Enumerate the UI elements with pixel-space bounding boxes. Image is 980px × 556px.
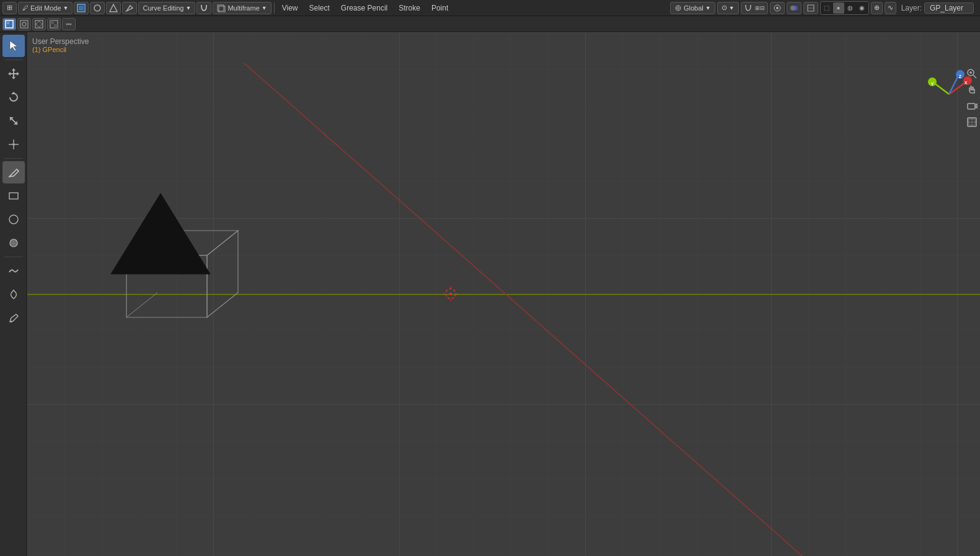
solid-shade[interactable]: ● [833, 2, 844, 14]
viewport[interactable]: User Perspective (1) GPencil X Y Z [27, 32, 980, 556]
right-viewport-tools [964, 64, 980, 131]
sec-btn-3[interactable] [32, 18, 46, 30]
mesh-icon [109, 4, 118, 12]
curve-editing-dropdown[interactable]: Curve Editing ▼ [138, 2, 195, 14]
material-shade[interactable]: ◍ [845, 2, 856, 14]
render-viewport-icon[interactable] [965, 115, 979, 129]
pivot-point[interactable]: ⊙ ▼ [717, 2, 739, 14]
snap-btn[interactable]: ⊞⊟ [741, 2, 768, 14]
tool-sep-1 [4, 60, 23, 60]
svg-line-82 [973, 75, 976, 78]
fill-icon [7, 237, 20, 249]
circle-tool-icon [7, 213, 20, 226]
scale-tool[interactable] [2, 110, 25, 132]
layer-indicator: Layer: GP_Layer [898, 0, 978, 16]
sec-btn-2[interactable] [17, 18, 31, 30]
snapping-icon[interactable] [196, 2, 211, 14]
curve-editing-label: Curve Editing [143, 4, 183, 12]
svg-rect-23 [35, 20, 43, 28]
header-icon-3[interactable] [106, 2, 121, 14]
camera-icon [966, 100, 978, 112]
menu-grease-pencil[interactable]: Grease Pencil [336, 0, 392, 16]
rotate-tool[interactable] [2, 86, 25, 108]
rotate-icon [7, 91, 20, 104]
scale-icon [7, 115, 20, 127]
draw-tool[interactable] [2, 161, 25, 183]
hand-viewport-icon[interactable] [965, 83, 979, 97]
camera-viewport-icon[interactable] [965, 99, 979, 113]
overlay-btn[interactable] [787, 2, 801, 14]
svg-point-29 [68, 23, 70, 25]
pencil-icon [7, 166, 20, 179]
sec-btn-5[interactable] [62, 18, 76, 30]
svg-text:Z: Z [959, 74, 962, 79]
transform-tool[interactable] [2, 133, 25, 156]
svg-line-74 [934, 83, 949, 94]
tool-sep-2 [4, 158, 23, 159]
edit-mode-label: Edit Mode [30, 4, 61, 12]
svg-point-22 [22, 22, 26, 26]
annotate-icon [7, 312, 20, 324]
render-shade[interactable]: ◉ [857, 2, 868, 14]
ink-tool[interactable] [2, 283, 25, 306]
checkerboard-icon [50, 20, 58, 29]
transform-orientation[interactable]: Global ▼ [670, 2, 715, 14]
header-icon-1[interactable] [74, 2, 89, 14]
sec-btn-4[interactable] [47, 18, 61, 30]
header-icon-2[interactable] [90, 2, 105, 14]
workspace-icon-btn[interactable]: ⊞ [2, 2, 17, 14]
annotate-tool[interactable] [2, 307, 25, 329]
top-bar: ⊞ 🖊 Edit Mode ▼ Curve Editing ▼ Multifra… [0, 0, 980, 16]
zoom-viewport-icon[interactable] [965, 67, 979, 81]
svg-marker-86 [975, 104, 977, 108]
circle-icon [93, 4, 102, 12]
svg-marker-24 [36, 21, 42, 27]
menu-stroke[interactable]: Stroke [394, 0, 425, 16]
menu-point[interactable]: Point [426, 0, 453, 16]
multiframe-dropdown[interactable]: Multiframe ▼ [213, 2, 271, 14]
edit-mode-dropdown[interactable]: 🖊 Edit Mode ▼ [18, 2, 73, 14]
edit-mode-icon: 🖊 [22, 4, 29, 11]
svg-marker-36 [17, 72, 19, 76]
menu-select[interactable]: Select [304, 0, 334, 16]
viewport-svg [27, 32, 980, 556]
svg-rect-27 [54, 24, 58, 28]
svg-rect-85 [968, 104, 975, 109]
snap-icon [744, 4, 753, 12]
menu-view[interactable]: View [277, 0, 303, 16]
smooth-icon [7, 265, 20, 277]
select-icon [77, 4, 86, 12]
circle-tool[interactable] [2, 208, 25, 231]
ink-icon [7, 288, 20, 301]
tool-sep-3 [4, 257, 23, 257]
header-extra-1[interactable]: ⊕ [871, 2, 883, 14]
smooth-tool[interactable] [2, 260, 25, 282]
move-tool[interactable] [2, 63, 25, 85]
svg-rect-20 [7, 22, 9, 24]
svg-rect-26 [50, 20, 54, 24]
proportional-edit[interactable] [770, 2, 785, 14]
svg-point-2 [94, 5, 100, 11]
rectangle-tool[interactable] [2, 185, 25, 207]
header-icon-4[interactable] [122, 2, 137, 14]
multiframe-label: Multiframe [227, 4, 259, 12]
left-toolbar [0, 32, 27, 556]
svg-rect-47 [9, 193, 18, 199]
svg-point-41 [12, 143, 15, 146]
wireframe-shade[interactable]: ⬚ [821, 2, 832, 14]
xray-btn[interactable] [803, 2, 818, 14]
sep1 [274, 2, 275, 14]
select-tool[interactable] [2, 35, 25, 57]
circle-select-icon [20, 20, 29, 29]
workspace-icon: ⊞ [7, 4, 12, 12]
move-icon [7, 68, 20, 80]
fill-tool[interactable] [2, 232, 25, 254]
svg-point-30 [70, 23, 72, 25]
svg-point-48 [9, 215, 18, 224]
render-icon [966, 117, 978, 128]
layer-value[interactable]: GP_Layer [924, 2, 974, 14]
multiframe-icon [217, 4, 226, 12]
sec-btn-1[interactable] [2, 18, 16, 30]
secondary-toolbar [0, 16, 980, 32]
header-extra-2[interactable]: ∿ [885, 2, 896, 14]
